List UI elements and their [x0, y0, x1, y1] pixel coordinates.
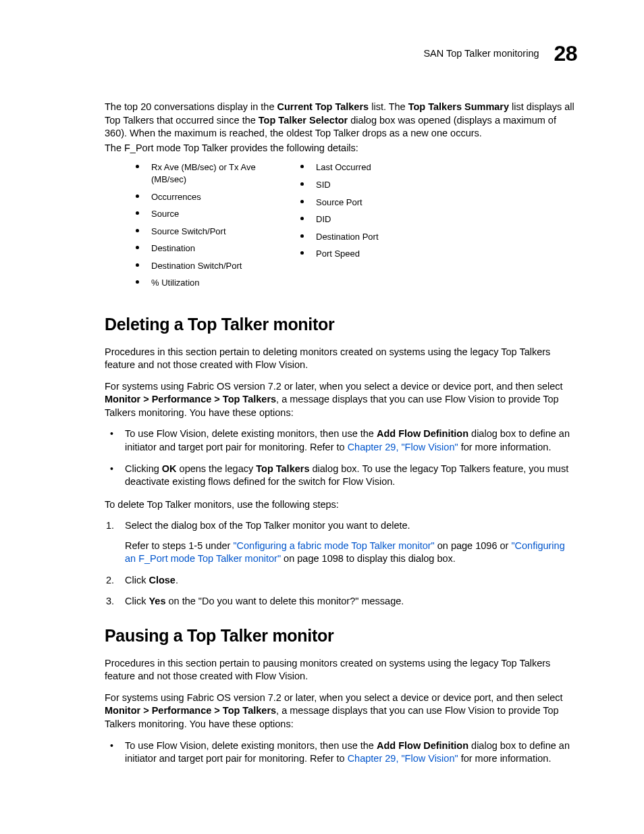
bullet-icon	[136, 263, 139, 267]
list-item-label: Destination Switch/Port	[151, 260, 242, 272]
list-item: Port Speed	[300, 248, 422, 260]
text-run: list. The	[369, 101, 408, 112]
bold-run: Yes	[149, 596, 165, 606]
heading-pausing: Pausing a Top Talker monitor	[105, 625, 577, 648]
list-item-label: Source Switch/Port	[151, 226, 226, 238]
bold-run: Monitor > Performance > Top Talkers	[105, 705, 276, 716]
bold-run: Top Talkers Summary	[408, 101, 509, 112]
text-run: on page 1096 or	[435, 540, 512, 551]
list-item: Destination Port	[300, 231, 422, 243]
text-run: Clicking	[125, 463, 162, 474]
chapter-number: 28	[554, 39, 577, 68]
step-3: Click Yes on the "Do you want to delete …	[105, 595, 577, 608]
list-item: Last Occurred	[300, 161, 422, 174]
link-flow-vision[interactable]: Chapter 29, "Flow Vision"	[348, 442, 458, 452]
deleting-p2: For systems using Fabric OS version 7.2 …	[105, 380, 577, 420]
body-text: The top 20 conversations display in the …	[105, 101, 577, 766]
bold-run: Top Talkers	[256, 463, 309, 474]
text-run: .	[176, 575, 178, 585]
list-item: To use Flow Vision, delete existing moni…	[105, 427, 577, 454]
bullet-icon	[300, 200, 304, 203]
list-item: To use Flow Vision, delete existing moni…	[105, 739, 577, 766]
text-run: Refer to steps 1-5 under	[125, 540, 233, 551]
text-run: The top 20 conversations display in the	[105, 101, 277, 112]
bullet-icon	[300, 217, 304, 220]
bullet-icon	[136, 211, 139, 215]
list-item-label: Source Port	[316, 197, 363, 209]
link-flow-vision[interactable]: Chapter 29, "Flow Vision"	[348, 753, 458, 764]
bold-run: Monitor > Performance > Top Talkers	[105, 394, 276, 405]
bold-run: Top Talker Selector	[259, 115, 348, 126]
text-run: opens the legacy	[177, 463, 257, 474]
text-run: on the "Do you want to delete this monit…	[165, 596, 404, 606]
step-1: Select the dialog box of the Top Talker …	[105, 519, 577, 566]
intro-paragraph-2: The F_Port mode Top Talker provides the …	[105, 142, 577, 155]
list-item: Occurrences	[136, 191, 257, 203]
text-run: For systems using Fabric OS version 7.2 …	[105, 381, 563, 392]
list-item: % Utilization	[136, 277, 257, 289]
step-1-sub: Refer to steps 1-5 under "Configuring a …	[125, 540, 577, 566]
list-item: SID	[300, 179, 422, 191]
bold-run: Close	[149, 575, 176, 585]
list-item-label: Destination Port	[316, 231, 379, 243]
list-item: Source Switch/Port	[136, 226, 257, 238]
bullet-icon	[300, 165, 304, 168]
text-run: Click	[125, 596, 149, 606]
pausing-bullets: To use Flow Vision, delete existing moni…	[105, 739, 577, 766]
text-run: Click	[125, 575, 149, 585]
bullet-icon	[136, 280, 139, 284]
bullet-icon	[300, 182, 304, 186]
text-run: For systems using Fabric OS version 7.2 …	[105, 692, 563, 703]
list-item: Clicking OK opens the legacy Top Talkers…	[105, 463, 577, 489]
list-item-label: SID	[316, 179, 331, 191]
deleting-bullets: To use Flow Vision, delete existing moni…	[105, 427, 577, 488]
step-text: Select the dialog box of the Top Talker …	[125, 520, 410, 531]
list-item-label: Last Occurred	[316, 161, 371, 174]
heading-deleting: Deleting a Top Talker monitor	[105, 313, 577, 336]
bullet-icon	[300, 234, 304, 238]
link-configuring-fabric[interactable]: "Configuring a fabric mode Top Talker mo…	[233, 540, 434, 551]
list-item-label: Rx Ave (MB/sec) or Tx Ave (MB/sec)	[151, 161, 257, 185]
list-item: Source	[136, 208, 257, 220]
bullet-icon	[136, 246, 139, 249]
list-item-label: DID	[316, 213, 331, 226]
list-item: Destination	[136, 242, 257, 255]
deleting-p3: To delete Top Talker monitors, use the f…	[105, 498, 577, 512]
intro-paragraph-1: The top 20 conversations display in the …	[105, 101, 577, 140]
page-header: SAN Top Talker monitoring 28	[105, 39, 577, 68]
page-content: SAN Top Talker monitoring 28 The top 20 …	[105, 39, 577, 775]
text-run: for more information.	[458, 753, 552, 764]
pausing-p2: For systems using Fabric OS version 7.2 …	[105, 692, 577, 731]
deleting-steps: Select the dialog box of the Top Talker …	[105, 519, 577, 608]
list-item-label: Occurrences	[151, 191, 201, 203]
text-run: To use Flow Vision, delete existing moni…	[125, 740, 377, 751]
list-item-label: % Utilization	[151, 277, 200, 289]
bullet-icon	[300, 251, 304, 255]
bold-run: Current Top Talkers	[277, 101, 369, 112]
step-2: Click Close.	[105, 574, 577, 588]
deleting-p1: Procedures in this section pertain to de…	[105, 346, 577, 372]
list-item-label: Port Speed	[316, 248, 360, 260]
bullet-icon	[136, 229, 139, 232]
list-item: Destination Switch/Port	[136, 260, 257, 272]
details-col-left: Rx Ave (MB/sec) or Tx Ave (MB/sec) Occur…	[136, 161, 257, 294]
bullet-icon	[136, 165, 139, 168]
pausing-p1: Procedures in this section pertain to pa…	[105, 657, 577, 683]
bold-run: Add Flow Definition	[377, 740, 468, 751]
list-item: Source Port	[300, 197, 422, 209]
details-grid: Rx Ave (MB/sec) or Tx Ave (MB/sec) Occur…	[136, 161, 577, 294]
text-run: To use Flow Vision, delete existing moni…	[125, 428, 377, 439]
list-item: Rx Ave (MB/sec) or Tx Ave (MB/sec)	[136, 161, 257, 185]
bold-run: Add Flow Definition	[377, 428, 468, 439]
list-item-label: Destination	[151, 242, 195, 255]
text-run: on page 1098 to display this dialog box.	[281, 553, 456, 564]
bullet-icon	[136, 194, 139, 198]
bold-run: OK	[162, 463, 177, 474]
list-item-label: Source	[151, 208, 179, 220]
details-col-right: Last Occurred SID Source Port DID Destin…	[300, 161, 422, 294]
list-item: DID	[300, 213, 422, 226]
text-run: for more information.	[458, 442, 552, 452]
section-title: SAN Top Talker monitoring	[423, 47, 539, 61]
